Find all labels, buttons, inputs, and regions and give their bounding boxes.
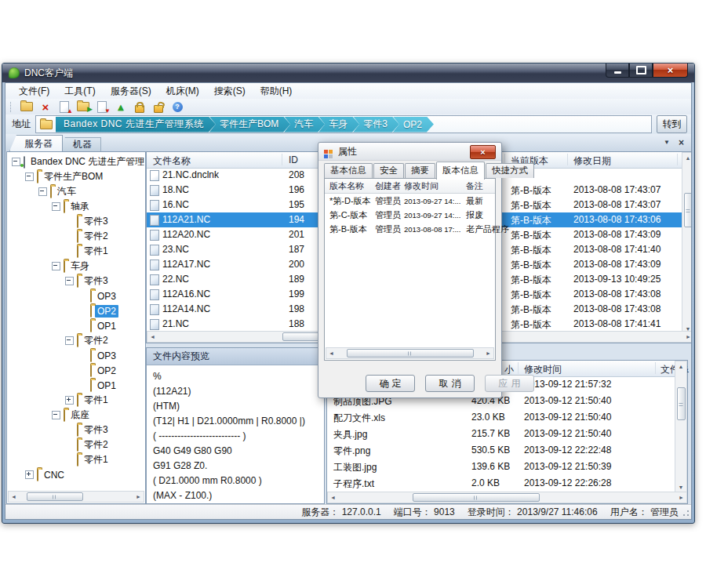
upload-icon[interactable]: ▲ — [114, 100, 128, 113]
tree-node[interactable]: OP3 — [9, 289, 144, 303]
tree-expander-minus[interactable] — [65, 336, 74, 345]
column-modify-time[interactable]: 修改时间 — [404, 180, 439, 192]
scroll-left-icon[interactable]: ◄ — [9, 492, 18, 501]
column-note[interactable]: 备注 — [466, 180, 483, 192]
address-field[interactable]: Bandex DNC 先进生产管理系统零件生产BOM汽车车身零件3OP2 — [35, 115, 652, 133]
ok-button[interactable]: 确定 — [366, 375, 415, 392]
tree-expander-minus[interactable] — [52, 262, 60, 270]
tree-node[interactable]: 零件1 — [9, 393, 144, 408]
tree-node[interactable]: 零件2 — [9, 229, 144, 244]
dialog-horizontal-scrollbar[interactable]: ◄ ► — [326, 347, 494, 359]
file-list-scroll-thumb[interactable] — [684, 193, 693, 227]
maximize-button[interactable] — [629, 64, 653, 78]
tree-expander-minus[interactable] — [65, 277, 74, 285]
tree-scroll-thumb[interactable] — [27, 492, 83, 501]
checkout-file-icon[interactable]: ▼ — [95, 100, 109, 113]
tree-node[interactable]: 轴承 — [9, 199, 144, 214]
menu-item-file[interactable]: 文件(F) — [12, 83, 57, 100]
tree-expander-minus[interactable] — [52, 202, 60, 211]
tree-expander-minus[interactable] — [12, 158, 20, 166]
attachment-hscroll-thumb[interactable] — [413, 493, 540, 502]
tree-node[interactable]: 汽车 — [9, 184, 144, 199]
new-folder-icon[interactable] — [20, 100, 34, 113]
panel-close-icon[interactable]: × — [679, 138, 684, 147]
tree-expander-plus[interactable] — [25, 470, 34, 479]
menu-item-help[interactable]: 帮助(H) — [253, 83, 300, 100]
tree-node[interactable]: Bandex DNC 先进生产管理系统 — [9, 154, 144, 169]
column-version-name[interactable]: 版本名称 — [329, 180, 364, 192]
close-button[interactable]: × — [653, 64, 688, 78]
tree-expander-minus[interactable] — [38, 187, 47, 196]
breadcrumb-segment[interactable]: Bandex DNC 先进生产管理系统 — [56, 117, 216, 132]
toolbar-grip[interactable] — [10, 102, 13, 112]
tree-expander-plus[interactable] — [65, 396, 74, 405]
cancel-button[interactable]: 取消 — [425, 375, 475, 392]
version-row[interactable]: *第-D-版本管理员2013-09-27 14:...最新 — [325, 194, 495, 208]
tree-node[interactable]: 零件3 — [9, 274, 144, 289]
tree-node[interactable]: OP1 — [9, 318, 144, 333]
tree-node[interactable]: 底座 — [9, 408, 144, 423]
scroll-right-icon[interactable]: ► — [484, 349, 493, 358]
tree-node[interactable]: 零件1 — [9, 452, 144, 467]
attachment-scroll-thumb[interactable] — [677, 387, 686, 420]
dialog-tab-0[interactable]: 基本信息 — [324, 163, 373, 178]
tree-node[interactable]: CNC — [9, 467, 144, 482]
scroll-up-icon[interactable]: ▲ — [677, 362, 686, 371]
dialog-tab-1[interactable]: 安全 — [373, 163, 404, 178]
column-file-name[interactable]: 文件名称 — [153, 154, 191, 168]
go-button[interactable]: 转到 — [657, 115, 687, 133]
attachment-vertical-scrollbar[interactable]: ▲ ▼ — [675, 361, 687, 493]
checkin-file-icon[interactable]: ▲ — [57, 100, 71, 113]
attachment-row[interactable]: 夹具.jpg215.7 KB2013-09-12 21:50:40 — [327, 426, 675, 442]
dialog-tab-4[interactable]: 快捷方式 — [486, 163, 534, 178]
menu-item-machine[interactable]: 机床(M) — [159, 83, 207, 100]
tree-expander-minus[interactable] — [52, 411, 60, 419]
tree-node[interactable]: 零件3 — [9, 423, 144, 437]
resize-grip[interactable] — [682, 510, 690, 517]
attachment-row[interactable]: 配刀文件.xls23.0 KB2013-09-12 21:50:40 — [327, 409, 675, 426]
dialog-scroll-thumb[interactable] — [347, 349, 474, 358]
attachment-row[interactable]: 工装图.jpg139.6 KB2013-09-12 21:50:39 — [327, 459, 675, 475]
tree-node[interactable]: OP1 — [9, 378, 144, 393]
scroll-right-icon[interactable]: ► — [684, 332, 692, 341]
dialog-tab-2[interactable]: 摘要 — [405, 163, 435, 178]
chevron-down-icon[interactable]: ▼ — [664, 138, 670, 147]
unlock-icon[interactable] — [151, 100, 166, 113]
title-bar[interactable]: DNC客户端 — [2, 64, 694, 82]
tree-node[interactable]: 零件3 — [9, 214, 144, 229]
column-modified-date[interactable]: 修改日期 — [573, 154, 611, 168]
tree-node[interactable]: 零件2 — [9, 333, 144, 348]
menu-item-tools[interactable]: 工具(T) — [57, 83, 103, 100]
tree-node[interactable]: 车身 — [9, 259, 144, 274]
tree-node[interactable]: 零件2 — [9, 437, 144, 452]
scroll-right-icon[interactable]: ► — [677, 493, 686, 502]
menu-item-server[interactable]: 服务器(S) — [104, 83, 159, 100]
tree-node[interactable]: OP2 — [9, 303, 144, 318]
breadcrumb-segment[interactable]: 零件3 — [353, 117, 399, 132]
version-row[interactable]: 第-C-版本管理员2013-09-27 14:...报废 — [325, 208, 495, 222]
scroll-left-icon[interactable]: ◄ — [329, 493, 337, 502]
dialog-tab-3[interactable]: 版本信息 — [436, 162, 485, 180]
tree-expander-minus[interactable] — [25, 172, 34, 181]
scroll-left-icon[interactable]: ◄ — [327, 349, 336, 358]
tree-node[interactable]: 零件1 — [9, 244, 144, 259]
minimize-button[interactable] — [606, 64, 629, 78]
scroll-down-icon[interactable]: ▼ — [677, 483, 686, 492]
scroll-right-icon[interactable]: ► — [134, 492, 143, 501]
scroll-left-icon[interactable]: ◄ — [148, 332, 157, 341]
tree-horizontal-scrollbar[interactable]: ◄ ► — [8, 491, 144, 503]
scroll-up-icon[interactable]: ▲ — [684, 154, 693, 162]
column-id[interactable]: ID — [289, 154, 298, 165]
delete-icon[interactable]: × — [38, 100, 53, 113]
tree-node[interactable]: OP2 — [9, 363, 144, 378]
menu-item-search[interactable]: 搜索(S) — [207, 83, 253, 100]
dialog-close-button[interactable]: × — [470, 145, 496, 159]
breadcrumb-segment[interactable]: 零件生产BOM — [209, 117, 290, 132]
tree-node[interactable]: 零件生产BOM — [9, 169, 144, 184]
apply-button[interactable]: 应用 — [485, 375, 534, 392]
attachment-horizontal-scrollbar[interactable]: ◄ ► — [327, 492, 687, 503]
tab-machine[interactable]: 机器 — [59, 137, 101, 151]
attachment-row[interactable]: 零件.png530.5 KB2013-09-12 22:22:48 — [327, 442, 675, 459]
export-folder-icon[interactable]: ▶ — [76, 100, 90, 113]
column-creator[interactable]: 创建者 — [375, 180, 401, 192]
